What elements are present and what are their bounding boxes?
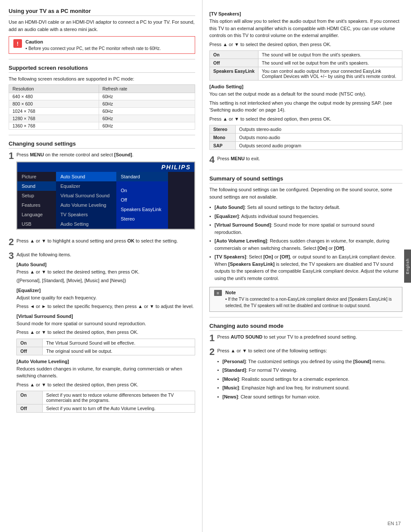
step-2-number: 2 (9, 237, 14, 247)
step-1-content: Press MENU on the remote control and sel… (16, 151, 195, 233)
page: English Using your TV as a PC monitor Us… (0, 0, 411, 532)
step-2-block: 2 Press ▲ or ▼ to highlight a sound sett… (9, 237, 195, 247)
auto-sound-step1-block: 1 Press AUTO SOUND to set your TV to a p… (209, 333, 402, 343)
philips-brand-bar: PHILIPS (17, 162, 194, 172)
audio-setting-text: You can set the output mode as a default… (209, 90, 402, 98)
list-item: [Auto Volume Leveling]: Reduces sudden c… (209, 236, 402, 252)
step-1-block: 1 Press MENU on the remote control and s… (9, 151, 195, 233)
virtual-surround-text2: Press ▲ or ▼ to select the desired optio… (16, 329, 195, 336)
language-tab: English (404, 249, 411, 283)
auto-sound-text: Press ▲ or ▼ to select the desired setti… (16, 268, 195, 276)
menu-center-item[interactable]: Audio Setting (56, 219, 116, 229)
list-item: [TV Speakers]: Select [On] or [Off], or … (209, 252, 402, 283)
table-row: The original sound will be output. (43, 347, 195, 355)
virtual-surround-text: Sound mode for more spatial or surround … (16, 320, 195, 327)
menu-right-item: On (116, 186, 168, 195)
menu-left-item[interactable]: Setup (17, 191, 56, 200)
auto-sound-step1-number: 1 (209, 333, 215, 343)
menu-left-item[interactable]: Picture (17, 172, 56, 181)
step-3-text: Adjust the following items. (16, 251, 195, 258)
menu-left-item[interactable]: Sound (17, 181, 56, 191)
divider-2 (9, 135, 195, 135)
table-row: Select if you want to turn off the Auto … (43, 404, 195, 413)
page-footer: EN 17 (387, 521, 401, 526)
step-4-text: Press MENU to exit. (217, 155, 402, 162)
note-text: • If the TV is connected to a non-EasyLi… (225, 296, 398, 309)
equalizer-title: [Equalizer] (16, 288, 195, 293)
section-resolutions-intro: The following screen resolutions are sup… (9, 75, 195, 83)
menu-center-item[interactable]: Virtual Surround Sound (56, 191, 116, 200)
step-1-number: 1 (9, 151, 14, 161)
note-box: ≡ Note • If the TV is connected to a non… (209, 287, 402, 312)
table-row: The sound will be output from the unit's… (258, 51, 402, 59)
auto-sound-options: ([Personal], [Standard], [Movie], [Music… (16, 277, 195, 284)
main-content: Using your TV as a PC monitor Use an HDM… (0, 0, 411, 532)
menu-screenshot: PHILIPS PictureSoundSetupFeaturesLanguag… (16, 162, 195, 230)
step-3-content: Adjust the following items. [Auto Sound]… (16, 251, 195, 415)
tv-speakers-table: OnThe sound will be output from the unit… (209, 50, 402, 81)
res-col-resolution: Resolution (9, 84, 99, 93)
left-column: Using your TV as a PC monitor Use an HDM… (0, 0, 202, 532)
menu-left-item[interactable]: Features (17, 200, 56, 210)
table-row: The sound will not be output from the un… (258, 59, 402, 67)
menu-left-item[interactable]: USB (17, 219, 56, 229)
audio-setting-text3: Press ▲ or ▼ to select the desired optio… (209, 115, 402, 123)
step-4-number: 4 (209, 155, 215, 165)
table-row: Outputs mono-audio (236, 134, 402, 142)
table-row: 1024 × 768 (9, 107, 99, 115)
menu-left-item[interactable]: Language (17, 210, 56, 219)
step-2-text: Press ▲ or ▼ to highlight a sound settin… (16, 237, 195, 245)
divider-1 (9, 59, 195, 59)
table-row: 1360 × 768 (9, 122, 99, 129)
menu-center-item[interactable]: Equalizer (56, 181, 116, 191)
menu-center-item[interactable]: Auto Sound (56, 172, 116, 181)
auto-sound-step2-number: 2 (209, 347, 215, 357)
auto-volume-text: Reduces sudden changes in volume, for ex… (16, 365, 195, 380)
table-row: On (210, 51, 258, 59)
auto-sound-title: [Auto Sound] (16, 262, 195, 267)
menu-center-item[interactable]: Auto Volume Leveling (56, 200, 116, 210)
table-row: The Virtual Surround Sound will be effec… (43, 339, 195, 347)
menu-right-item (116, 181, 168, 186)
caution-box: ! Caution • Before you connect your PC, … (9, 36, 195, 54)
virtual-surround-title: [Virtual Surround Sound] (16, 314, 195, 319)
table-row: 800 × 600 (9, 100, 99, 107)
table-row: 60Hz (99, 93, 195, 100)
auto-volume-text2: Press ▲ or ▼ to select the desired optio… (16, 381, 195, 389)
resolutions-table: Resolution Refresh rate 640 × 48060Hz800… (9, 84, 195, 130)
divider-4 (209, 317, 402, 317)
step-1-text: Press MENU on the remote control and sel… (16, 151, 195, 159)
table-row: Stereo (210, 125, 236, 134)
list-item: [Standard]: For normal TV viewing. (217, 366, 402, 375)
divider-3 (209, 170, 402, 170)
table-row: On (17, 391, 43, 404)
auto-sound-bullets: [Personal]: The customized settings you … (217, 357, 402, 401)
table-row: Mono (210, 134, 236, 142)
table-row: SAP (210, 142, 236, 150)
list-item: [Auto Sound]: Sets all sound settings to… (209, 203, 402, 212)
step-2-content: Press ▲ or ▼ to highlight a sound settin… (16, 237, 195, 246)
virtual-surround-table: OnThe Virtual Surround Sound will be eff… (16, 339, 195, 355)
table-row: 640 × 480 (9, 93, 99, 100)
auto-volume-title: [Auto Volume Leveling] (16, 359, 195, 364)
tv-speakers-text: This option will allow you to select the… (209, 18, 402, 39)
res-col-refresh: Refresh rate (99, 84, 195, 93)
right-column: [TV Speakers] This option will allow you… (202, 0, 411, 532)
table-row: Outputs stereo-audio (236, 125, 402, 134)
menu-center-item[interactable]: TV Speakers (56, 210, 116, 219)
summary-intro: The following sound settings can be conf… (209, 186, 402, 200)
step-4-content: Press MENU to exit. (217, 155, 402, 164)
menu-right-panel: StandardOnOffSpeakers EasyLinkStereo (116, 172, 168, 229)
caution-bullet: • Before you connect your PC, set the PC… (25, 46, 161, 51)
step-4-block: 4 Press MENU to exit. (209, 155, 402, 165)
table-row: 60Hz (99, 122, 195, 129)
table-row: Speakers EasyLink (210, 67, 258, 81)
table-row: You can control audio output from your c… (258, 67, 402, 81)
audio-setting-title: [Audio Setting] (209, 84, 402, 89)
caution-icon: ! (13, 39, 22, 48)
note-label: Note (225, 290, 398, 295)
section-pc-monitor-intro: Use an HDMI-DVI cable or an HDMI-DVI ada… (9, 19, 195, 33)
list-item: [News]: Clear sound settings for human v… (217, 392, 402, 401)
table-row: Off (17, 404, 43, 413)
menu-body: PictureSoundSetupFeaturesLanguageUSB Aut… (17, 172, 194, 229)
